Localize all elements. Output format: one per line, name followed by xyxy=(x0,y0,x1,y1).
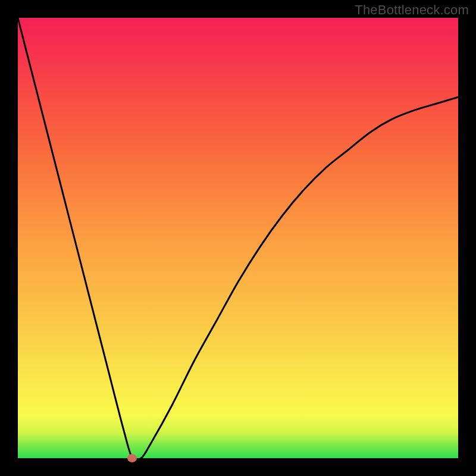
curve-svg xyxy=(18,18,458,458)
minimum-marker xyxy=(127,454,137,462)
plot-area xyxy=(18,18,458,458)
watermark-text: TheBottleneck.com xyxy=(355,2,469,18)
bottleneck-curve-path xyxy=(18,18,458,458)
chart-container: TheBottleneck.com xyxy=(0,0,476,476)
